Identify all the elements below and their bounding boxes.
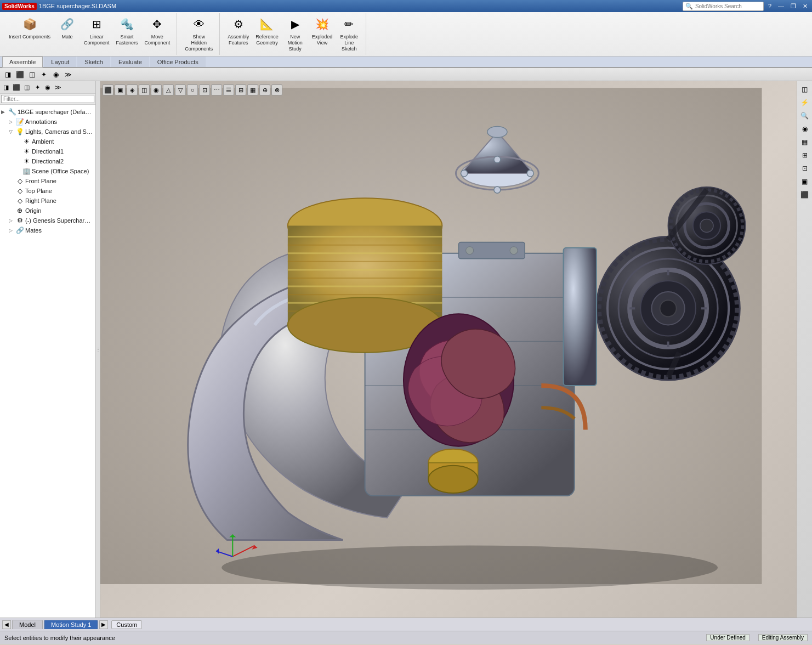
restore-button[interactable]: ❐ <box>788 3 798 10</box>
rt-btn-7[interactable]: ⊡ <box>799 162 811 174</box>
vp-btn-4[interactable]: ◫ <box>139 84 150 95</box>
vp-btn-2[interactable]: ▣ <box>115 84 126 95</box>
rt-btn-3[interactable]: 🔍 <box>799 110 811 122</box>
tree-item-directional1[interactable]: ▷ ☀ Directional1 <box>0 146 95 156</box>
rt-btn-9[interactable]: ⬛ <box>799 189 811 201</box>
tree-expand-annotations[interactable]: ▷ <box>9 119 15 125</box>
tree-expand-root[interactable]: ▶ <box>1 109 8 115</box>
vp-btn-9[interactable]: ⊡ <box>199 84 210 95</box>
smart-fasteners-button[interactable]: 🔩 SmartFasteners <box>114 14 140 47</box>
rt-btn-2[interactable]: ⚡ <box>799 97 811 109</box>
tab-office-products[interactable]: Office Products <box>150 56 206 67</box>
tree-icon-genesis: ⚙ <box>15 216 24 225</box>
vp-btn-1[interactable]: ⬛ <box>103 84 113 95</box>
nav-prev-button[interactable]: ◀ <box>2 620 11 629</box>
nav-next-button[interactable]: ▶ <box>99 620 108 629</box>
sidebar-filter <box>0 94 95 105</box>
svg-point-23 <box>461 170 468 177</box>
toolbar2-btn-5[interactable]: ◉ <box>50 69 61 80</box>
sidebar-btn-2[interactable]: ⬛ <box>12 82 21 92</box>
exploded-view-button[interactable]: 💥 ExplodedView <box>310 14 335 47</box>
vp-btn-8[interactable]: ○ <box>187 84 198 95</box>
sidebar-toolbar: ◨ ⬛ ◫ ✦ ◉ ≫ <box>0 81 95 94</box>
sidebar-btn-3[interactable]: ◫ <box>22 82 32 92</box>
tree-label-dir1: Directional1 <box>32 148 64 155</box>
rt-btn-6[interactable]: ⊞ <box>799 149 811 161</box>
tree-item-front-plane[interactable]: ▷ ◇ Front Plane <box>0 176 95 186</box>
rt-btn-4[interactable]: ◉ <box>799 123 811 135</box>
linear-component-button[interactable]: ⊞ LinearComponent <box>82 14 112 47</box>
new-motion-study-icon: ▶ <box>286 15 304 33</box>
explode-line-sketch-button[interactable]: ✏ ExplodeLineSketch <box>337 14 361 53</box>
toolbar2-btn-4[interactable]: ✦ <box>38 69 49 80</box>
linear-component-label: LinearComponent <box>84 34 110 46</box>
tree-item-lights[interactable]: ▽ 💡 Lights, Cameras and Scene <box>0 127 95 137</box>
titlebar: SolidWorks 1BGE superchager.SLDASM 🔍 ? —… <box>0 0 812 12</box>
sidebar-btn-expand[interactable]: ≫ <box>53 82 63 92</box>
search-input[interactable] <box>695 3 761 9</box>
vp-btn-15[interactable]: ⊗ <box>271 84 282 95</box>
reference-geometry-button[interactable]: 📐 ReferenceGeometry <box>253 14 281 47</box>
vp-btn-7[interactable]: ▽ <box>175 84 186 95</box>
tree-item-annotations[interactable]: ▷ 📝 Annotations <box>0 117 95 127</box>
show-hidden-button[interactable]: 👁 ShowHiddenComponents <box>183 14 215 53</box>
show-hidden-icon: 👁 <box>190 15 208 33</box>
tab-sketch[interactable]: Sketch <box>77 56 110 67</box>
close-button[interactable]: ✕ <box>800 3 810 10</box>
vp-btn-3[interactable]: ◈ <box>127 84 138 95</box>
tree-expand-lights[interactable]: ▽ <box>9 129 15 134</box>
sidebar-btn-1[interactable]: ◨ <box>1 82 11 92</box>
tree-expand-mates[interactable]: ▷ <box>9 228 15 233</box>
mate-button[interactable]: 🔗 Mate <box>55 14 80 41</box>
toolbar2-btn-1[interactable]: ◨ <box>2 69 13 80</box>
sidebar-btn-5[interactable]: ◉ <box>43 82 53 92</box>
tab-assemble[interactable]: Assemble <box>2 56 43 67</box>
toolbar2-btn-2[interactable]: ⬛ <box>14 69 25 80</box>
tree-item-mates[interactable]: ▷ 🔗 Mates <box>0 225 95 235</box>
vp-btn-5[interactable]: ◉ <box>151 84 162 95</box>
tree-item-directional2[interactable]: ▷ ☀ Directional2 <box>0 156 95 166</box>
new-motion-study-button[interactable]: ▶ NewMotionStudy <box>283 14 308 53</box>
move-component-button[interactable]: ✥ MoveComponent <box>143 14 173 47</box>
tab-motion-study-1[interactable]: Motion Study 1 <box>44 620 98 629</box>
status-editing-badge: Editing Assembly <box>758 634 808 641</box>
tree-item-right-plane[interactable]: ▷ ◇ Right Plane <box>0 196 95 206</box>
insert-components-button[interactable]: 📦 Insert Components <box>7 14 53 41</box>
toolbar2-btn-3[interactable]: ◫ <box>26 69 37 80</box>
vp-btn-10[interactable]: ⋯ <box>211 84 222 95</box>
vp-btn-11[interactable]: ☰ <box>223 84 234 95</box>
tree-icon-root: 🔧 <box>8 108 16 116</box>
toolbar2-btn-6[interactable]: ≫ <box>63 69 73 80</box>
viewport[interactable]: ⬛ ▣ ◈ ◫ ◉ △ ▽ ○ ⊡ ⋯ ☰ ⊞ ▦ ⊕ ⊗ <box>100 81 797 618</box>
assembly-ribbon-group: ⚙ AssemblyFeatures 📐 ReferenceGeometry ▶… <box>221 13 366 55</box>
filter-input[interactable] <box>1 95 94 103</box>
tree-expand-genesis[interactable]: ▷ <box>9 218 15 223</box>
search-box[interactable]: 🔍 <box>683 2 764 11</box>
rt-btn-1[interactable]: ◫ <box>799 83 811 95</box>
tab-evaluate[interactable]: Evaluate <box>111 56 149 67</box>
ribbon: 📦 Insert Components 🔗 Mate ⊞ LinearCompo… <box>0 12 812 68</box>
tab-model[interactable]: Model <box>12 620 43 629</box>
rt-btn-8[interactable]: ▣ <box>799 176 811 188</box>
mate-icon: 🔗 <box>59 15 76 33</box>
sidebar-btn-4[interactable]: ✦ <box>32 82 42 92</box>
tree-item-origin[interactable]: ▷ ⊕ Origin <box>0 206 95 216</box>
vp-btn-14[interactable]: ⊕ <box>259 84 270 95</box>
tab-layout[interactable]: Layout <box>44 56 76 67</box>
tree-item-genesis[interactable]: ▷ ⚙ (-) Genesis Supercharger Final <box>0 216 95 225</box>
tree-item-root[interactable]: ▶ 🔧 1BGE superchager (Default<Displa <box>0 107 95 117</box>
status-defined-badge: Under Defined <box>706 634 749 641</box>
assembly-features-icon: ⚙ <box>230 15 247 33</box>
tree-item-ambient[interactable]: ▷ ☀ Ambient <box>0 137 95 146</box>
vp-btn-6[interactable]: △ <box>163 84 174 95</box>
status-right: Under Defined Editing Assembly <box>706 634 808 641</box>
assembly-features-button[interactable]: ⚙ AssemblyFeatures <box>225 14 251 47</box>
sidebar-resize-handle[interactable]: ⋮ <box>96 81 100 618</box>
help-button[interactable]: ? <box>766 3 774 9</box>
vp-btn-12[interactable]: ⊞ <box>235 84 246 95</box>
tree-item-scene[interactable]: ▷ 🏢 Scene (Office Space) <box>0 166 95 176</box>
tree-item-top-plane[interactable]: ▷ ◇ Top Plane <box>0 186 95 196</box>
rt-btn-5[interactable]: ▦ <box>799 136 811 148</box>
minimize-button[interactable]: — <box>776 3 786 9</box>
vp-btn-13[interactable]: ▦ <box>247 84 258 95</box>
